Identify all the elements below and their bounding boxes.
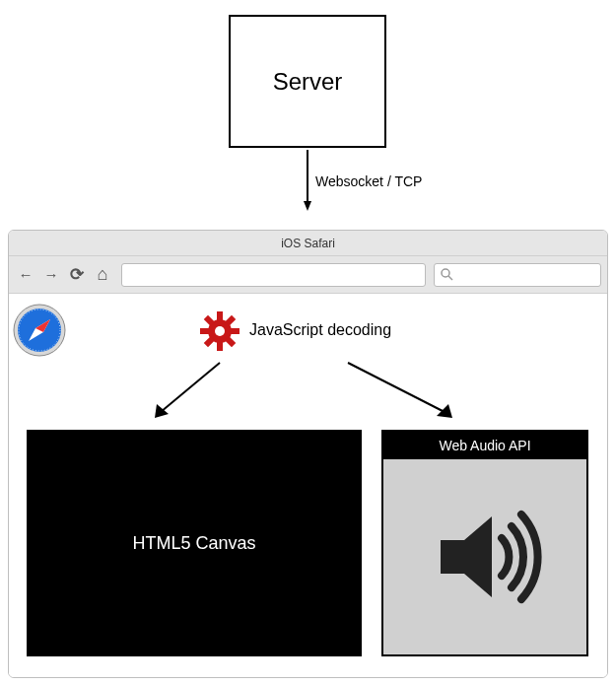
reload-icon: ⟳ [70, 264, 84, 285]
forward-button[interactable]: → [40, 264, 62, 286]
svg-point-18 [215, 326, 225, 336]
svg-rect-13 [230, 328, 240, 334]
svg-marker-23 [441, 516, 492, 597]
audio-panel: Web Audio API [381, 430, 588, 656]
server-label: Server [273, 68, 343, 96]
audio-title-text: Web Audio API [439, 438, 530, 453]
svg-rect-12 [200, 328, 210, 334]
branch-arrow-right-icon [342, 357, 460, 426]
svg-line-19 [161, 363, 220, 412]
svg-rect-11 [217, 341, 223, 351]
search-icon [441, 268, 453, 281]
audio-body [383, 459, 586, 654]
browser-toolbar: ← → ⟳ ⌂ [9, 256, 607, 294]
browser-window: iOS Safari ← → ⟳ ⌂ [8, 230, 608, 678]
svg-point-2 [442, 269, 449, 277]
canvas-panel: HTML5 Canvas [27, 430, 362, 656]
svg-line-21 [348, 363, 445, 412]
link-label: Websocket / TCP [315, 173, 422, 189]
audio-title: Web Audio API [383, 432, 586, 459]
gear-icon [200, 311, 240, 351]
svg-marker-22 [437, 404, 452, 418]
svg-line-3 [448, 276, 452, 280]
link-arrow-icon [304, 150, 311, 211]
browser-content: JavaScript decoding HTML5 Canvas Web Aud… [9, 294, 607, 677]
arrow-left-icon: ← [19, 266, 34, 283]
browser-titlebar: iOS Safari [9, 231, 607, 256]
arrow-right-icon: → [44, 266, 59, 283]
reload-button[interactable]: ⟳ [66, 264, 88, 286]
home-icon: ⌂ [98, 264, 108, 285]
browser-title-text: iOS Safari [281, 237, 335, 250]
decode-label: JavaScript decoding [249, 321, 391, 339]
speaker-icon [421, 493, 549, 621]
back-button[interactable]: ← [15, 264, 36, 286]
svg-rect-10 [217, 311, 223, 321]
server-box: Server [229, 15, 386, 148]
branch-arrow-left-icon [147, 357, 226, 426]
canvas-label: HTML5 Canvas [132, 533, 255, 554]
safari-logo-icon [13, 304, 66, 357]
url-input[interactable] [121, 263, 426, 287]
svg-marker-1 [304, 201, 311, 211]
search-input[interactable] [434, 263, 601, 287]
home-button[interactable]: ⌂ [92, 264, 113, 286]
